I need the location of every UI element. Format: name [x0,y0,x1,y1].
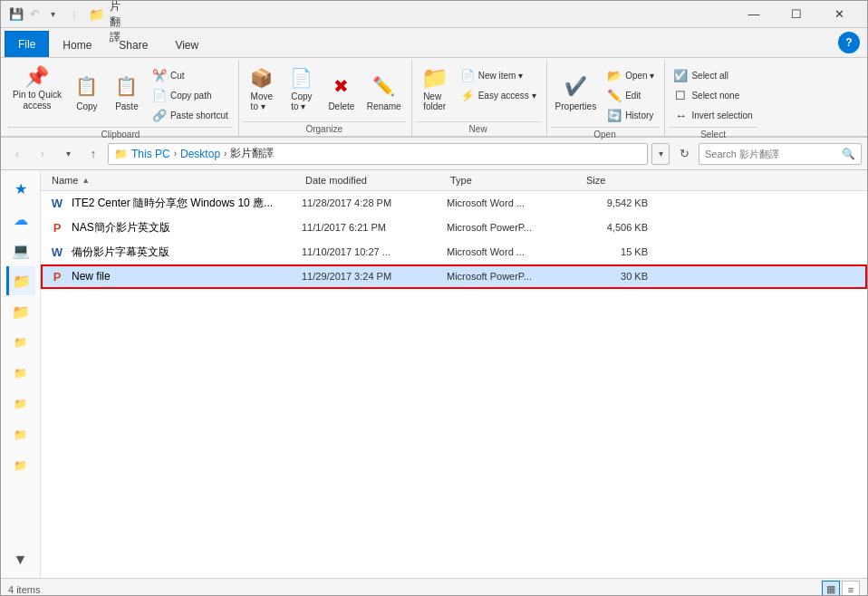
select-all-icon: ☑️ [673,68,688,82]
col-header-size[interactable]: Size [583,172,655,188]
paste-shortcut-button[interactable]: 🔗 Paste shortcut [148,105,233,125]
move-to-button[interactable]: 📦 Moveto ▾ [243,62,281,114]
open-label: Open [551,127,660,141]
status-bar: 4 items ▦ ≡ [1,578,867,596]
address-dropdown-button[interactable]: ▾ [651,143,670,165]
history-button[interactable]: 🔄 History [603,105,659,125]
tab-home[interactable]: Home [49,33,105,57]
search-input[interactable] [705,149,838,159]
sidebar-icon-folder7[interactable]: 📁 [6,451,35,480]
file-list: W ITE2 Center 隨時分享您 Windows 10 應... 11/2… [41,191,867,578]
clipboard-label: Clipboard [8,127,233,141]
select-all-button[interactable]: ☑️ Select all [669,65,757,85]
copy-icon: 📋 [72,72,101,101]
col-header-type[interactable]: Type [447,172,583,188]
select-none-button[interactable]: ☐ Select none [669,85,757,105]
minimize-button[interactable]: — [733,1,775,28]
tab-share[interactable]: Share [105,33,161,57]
move-icon: 📦 [247,64,276,91]
sidebar-icon-folder6[interactable]: 📁 [6,420,35,449]
sidebar-icon-cloud[interactable]: ☁ [6,205,35,234]
paste-button[interactable]: 📋 Paste [108,62,146,114]
file-list-header: Name ▲ Date modified Type Size [41,170,867,191]
sidebar-icon-folder2[interactable]: 📁 [6,297,35,326]
refresh-button[interactable]: ↻ [673,143,695,165]
view-btn-list[interactable]: ≡ [842,581,860,597]
select-none-icon: ☐ [673,88,688,102]
file-icon-ppt2: P [48,267,66,285]
sidebar-icon-folder5[interactable]: 📁 [6,389,35,418]
dropdown-icon[interactable]: ▾ [44,6,61,23]
table-row[interactable]: W ITE2 Center 隨時分享您 Windows 10 應... 11/2… [41,191,867,216]
col-header-date[interactable]: Date modified [302,172,447,188]
tab-file[interactable]: File [5,31,49,57]
invert-selection-button[interactable]: ↔️ Invert selection [669,105,757,125]
save-icon[interactable]: 💾 [8,6,24,23]
file-name-1: ITE2 Center 隨時分享您 Windows 10 應... [72,196,302,211]
up-button[interactable]: ↑ [82,143,104,165]
new-item-button[interactable]: 📄 New item ▾ [456,65,541,85]
edit-icon: ✏️ [607,88,622,102]
address-bar: ‹ › ▾ ↑ 📁 This PC › Desktop › 影片翻譯 ▾ ↻ 🔍 [1,138,867,170]
file-type-3: Microsoft Word ... [447,246,583,257]
copy-path-button[interactable]: 📄 Copy path [148,85,233,105]
recent-locations-button[interactable]: ▾ [57,143,79,165]
pin-quick-access-button[interactable]: 📌 Pin to Quickaccess [8,62,66,114]
maximize-button[interactable]: ☐ [776,1,817,28]
organize-content: 📦 Moveto ▾ 📄 Copyto ▾ ✖ Delete ✏️ Rename [243,60,406,120]
sidebar-icon-folder3[interactable]: 📁 [6,328,35,357]
clipboard-content: 📌 Pin to Quickaccess 📋 Copy 📋 Paste ✂️ C… [8,60,233,125]
undo-icon[interactable]: ↶ [26,6,43,23]
file-icon-word2: W [48,243,66,261]
new-folder-icon: 📁 [420,64,449,91]
search-box[interactable]: 🔍 [699,143,862,165]
easy-access-button[interactable]: ⚡ Easy access ▾ [456,85,541,105]
cut-button[interactable]: ✂️ Cut [148,65,233,85]
path-sep-1: › [174,149,177,159]
file-name-4: New file [72,270,302,283]
sidebar: ★ ☁ 💻 📁 📁 📁 📁 📁 📁 📁 ▼ [1,170,41,578]
ribbon: 📌 Pin to Quickaccess 📋 Copy 📋 Paste ✂️ C… [1,58,867,138]
sidebar-icon-pc[interactable]: 💻 [6,236,35,264]
sort-arrow-name: ▲ [82,176,90,185]
open-button[interactable]: 📂 Open ▾ [603,65,659,85]
sidebar-icon-folder4[interactable]: 📁 [6,359,35,388]
table-row[interactable]: W 備份影片字幕英文版 11/10/2017 10:27 ... Microso… [41,240,867,264]
table-row[interactable]: P NAS簡介影片英文版 11/1/2017 6:21 PM Microsoft… [41,216,867,240]
sidebar-icon-folder1[interactable]: 📁 [6,266,35,295]
open-icon: 📂 [607,68,622,82]
file-date-3: 11/10/2017 10:27 ... [302,246,447,257]
back-button[interactable]: ‹ [6,143,28,165]
col-header-name[interactable]: Name ▲ [48,172,302,188]
paste-icon: 📋 [112,72,141,101]
file-type-1: Microsoft Word ... [447,197,583,208]
new-label: New [416,121,541,136]
edit-button[interactable]: ✏️ Edit [603,85,659,105]
delete-button[interactable]: ✖ Delete [323,62,361,114]
file-icon-word1: W [48,194,66,212]
select-label: Select [669,127,757,141]
path-desktop[interactable]: Desktop [180,148,220,160]
sidebar-scroll-down[interactable]: ▼ [6,545,35,574]
forward-button[interactable]: › [32,143,53,165]
path-this-pc[interactable]: This PC [131,148,170,160]
sidebar-icon-star[interactable]: ★ [6,174,35,203]
address-path[interactable]: 📁 This PC › Desktop › 影片翻譯 [108,143,648,165]
copy-button[interactable]: 📋 Copy [68,62,106,114]
rename-button[interactable]: ✏️ Rename [362,62,406,114]
properties-button[interactable]: ✔️ Properties [551,62,602,114]
tab-view[interactable]: View [161,33,212,57]
view-btn-details[interactable]: ▦ [822,581,840,597]
path-folder-icon: 📁 [114,148,128,160]
cut-icon: ✂️ [152,68,167,82]
close-button[interactable]: ✕ [818,1,860,28]
properties-icon: ✔️ [561,72,590,101]
view-buttons: ▦ ≡ [822,581,860,597]
new-folder-button[interactable]: 📁 Newfolder [416,62,454,114]
title-bar-folder-icon: 📁 [88,6,104,23]
copy-to-button[interactable]: 📄 Copyto ▾ [283,62,321,114]
table-row[interactable]: P New file 11/29/2017 3:24 PM Microsoft … [41,264,867,289]
file-date-2: 11/1/2017 6:21 PM [302,222,447,233]
help-button[interactable]: ? [838,32,860,53]
easy-access-icon: ⚡ [460,88,475,102]
